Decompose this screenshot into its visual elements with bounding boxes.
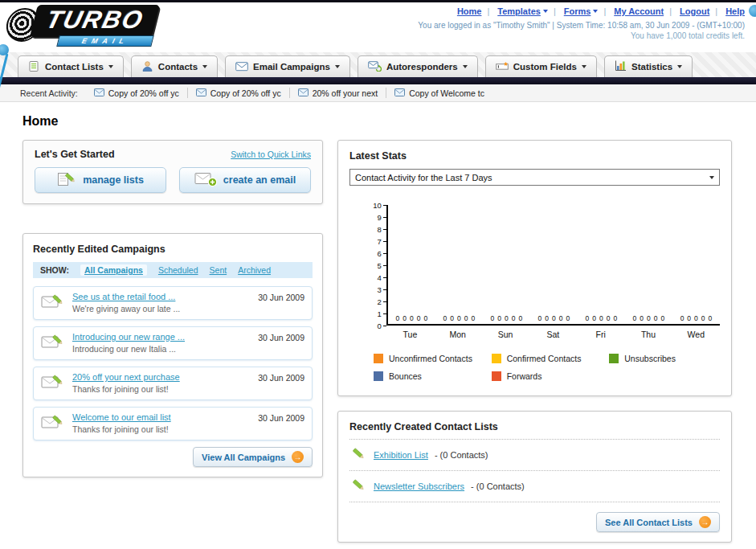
chart-value-label: 0 bbox=[654, 314, 658, 322]
chart-x-label: Tue bbox=[386, 330, 434, 339]
chart-y-tick: 0 bbox=[377, 321, 386, 330]
chart-value-label: 0 bbox=[640, 314, 644, 322]
chart-value-label: 0 bbox=[403, 314, 407, 322]
switch-quick-links-link[interactable]: Switch to Quick Links bbox=[231, 150, 311, 159]
campaign-date: 30 Jun 2009 bbox=[258, 332, 304, 342]
pencil-icon bbox=[351, 477, 367, 495]
legend-swatch-icon bbox=[492, 354, 501, 363]
legend-item: Confirmed Contacts bbox=[492, 354, 610, 363]
nav-tab-email-campaigns[interactable]: Email Campaigns bbox=[225, 55, 350, 77]
tab-all-campaigns[interactable]: All Campaigns bbox=[80, 264, 147, 276]
tab-scheduled[interactable]: Scheduled bbox=[158, 265, 198, 275]
campaign-row: See us at the retail food ... We're givi… bbox=[33, 286, 313, 320]
tab-archived[interactable]: Archived bbox=[238, 265, 271, 275]
envelope-icon bbox=[196, 88, 206, 98]
top-link-templates[interactable]: Templates bbox=[497, 6, 541, 16]
header-right: Home Templates Forms My Account Logout H… bbox=[418, 6, 745, 40]
legend-label: Unconfirmed Contacts bbox=[389, 354, 472, 363]
nav-tab-contact-lists[interactable]: Contact Lists bbox=[18, 55, 124, 77]
legend-label: Forwards bbox=[507, 371, 542, 381]
envelope-icon bbox=[394, 88, 405, 98]
campaign-subtitle: Thanks for joining our list! bbox=[72, 384, 251, 394]
chevron-down-icon bbox=[709, 176, 714, 179]
recent-activity-item[interactable]: Copy of 20% off yc bbox=[86, 88, 188, 98]
chart-value-label: 0 bbox=[497, 314, 501, 322]
top-link-forms[interactable]: Forms bbox=[564, 6, 591, 16]
manage-lists-button[interactable]: manage lists bbox=[35, 167, 166, 193]
recent-activity-item[interactable]: 20% off your next bbox=[290, 88, 387, 98]
chart-x-label: Wed bbox=[672, 330, 720, 339]
recently-created-contact-lists-panel: Recently Created Contact Lists Exhibitio… bbox=[337, 411, 732, 543]
top-link-logout[interactable]: Logout bbox=[680, 6, 709, 16]
nav-tab-statistics[interactable]: Statistics bbox=[604, 55, 693, 77]
campaign-title-link[interactable]: See us at the retail food ... bbox=[72, 292, 251, 301]
autoresponders-icon bbox=[368, 60, 382, 73]
campaign-title-link[interactable]: Welcome to our email list bbox=[72, 412, 251, 422]
view-all-campaigns-button[interactable]: View All Campaigns bbox=[193, 447, 313, 467]
campaign-title-link[interactable]: 20% off your next purchase bbox=[72, 372, 251, 382]
chevron-down-icon bbox=[582, 65, 586, 68]
chart-value-label: 0 bbox=[410, 314, 414, 322]
tab-sent[interactable]: Sent bbox=[210, 265, 227, 275]
chart-value-label: 0 bbox=[450, 314, 454, 322]
nav-tab-autoresponders[interactable]: Autoresponders bbox=[358, 55, 478, 77]
recent-activity-label: Recent Activity: bbox=[20, 88, 78, 98]
recent-activity-text: Copy of 20% off yc bbox=[210, 88, 281, 98]
chart-x-label: Sun bbox=[481, 330, 529, 339]
campaign-title-link[interactable]: Introducing our new range ... bbox=[72, 332, 251, 342]
chart-value-label: 0 bbox=[614, 314, 618, 322]
chevron-down-icon bbox=[677, 65, 682, 68]
chart-group: 00000 bbox=[388, 205, 435, 324]
chart-y-axis: 109876543210 bbox=[370, 205, 386, 326]
chevron-down-icon bbox=[463, 65, 468, 68]
chart-value-label: 0 bbox=[661, 314, 665, 322]
nav-tab-label: Contact Lists bbox=[45, 62, 104, 72]
chart-value-label: 0 bbox=[566, 314, 570, 322]
recent-activity-item[interactable]: Copy of 20% off yc bbox=[188, 88, 290, 98]
recent-activity-item[interactable]: Copy of Welcome tc bbox=[386, 88, 492, 98]
login-info: You are logged in as "Timothy Smith" | S… bbox=[418, 21, 745, 30]
chart-value-label: 0 bbox=[607, 314, 611, 322]
page-title: Home bbox=[22, 114, 735, 129]
contact-lists-icon bbox=[28, 60, 40, 74]
stats-period-select[interactable]: Contact Activity for the Last 7 Days bbox=[349, 169, 720, 186]
email-campaigns-icon bbox=[235, 61, 248, 73]
top-link-my-account[interactable]: My Account bbox=[614, 6, 664, 16]
chart-value-label: 0 bbox=[694, 314, 698, 322]
legend-label: Confirmed Contacts bbox=[507, 354, 582, 363]
turbo-email-logo: TURBO EMAIL bbox=[6, 5, 195, 48]
chevron-down-icon bbox=[202, 65, 207, 68]
chart-value-label: 0 bbox=[443, 314, 447, 322]
nav-tab-label: Contacts bbox=[158, 62, 198, 72]
nav-tab-custom-fields[interactable]: Custom Fields bbox=[485, 55, 597, 77]
envelope-pencil-icon bbox=[41, 372, 65, 395]
custom-fields-icon bbox=[496, 61, 509, 73]
nav-tab-label: Email Campaigns bbox=[253, 62, 330, 72]
contact-list-link[interactable]: Exhibition List bbox=[374, 450, 428, 460]
campaign-subtitle: Thanks for joining our list! bbox=[72, 424, 251, 434]
top-link-help[interactable]: Help bbox=[725, 6, 745, 16]
chart-value-label: 0 bbox=[592, 314, 596, 322]
legend-item: Forwards bbox=[492, 371, 610, 381]
chart-y-tick: 10 bbox=[373, 200, 386, 210]
chart-value-label: 0 bbox=[491, 314, 495, 322]
top-nav: Home Templates Forms My Account Logout H… bbox=[418, 6, 745, 16]
recent-activity-bar: Recent Activity: Copy of 20% off yc Copy… bbox=[0, 84, 756, 102]
chart-y-tick: 7 bbox=[377, 236, 386, 246]
campaign-subtitle: We're giving away our late ... bbox=[72, 304, 251, 313]
campaign-row: Introducing our new range ... Introducin… bbox=[33, 326, 313, 360]
nav-tab-contacts[interactable]: Contacts bbox=[131, 55, 218, 77]
contact-list-link[interactable]: Newsletter Subscribers bbox=[374, 481, 464, 491]
envelope-icon bbox=[298, 88, 309, 98]
top-link-home[interactable]: Home bbox=[457, 6, 482, 16]
see-all-contact-lists-button[interactable]: See All Contact Lists bbox=[596, 512, 720, 532]
pencil-icon bbox=[351, 446, 367, 464]
create-email-button[interactable]: create an email bbox=[179, 167, 311, 193]
chart-value-label: 0 bbox=[709, 314, 713, 322]
show-label: SHOW: bbox=[40, 265, 69, 275]
chart-value-label: 0 bbox=[505, 314, 509, 322]
chart-value-label: 0 bbox=[599, 314, 603, 322]
stats-period-value: Contact Activity for the Last 7 Days bbox=[355, 173, 492, 182]
chart-y-tick: 2 bbox=[377, 297, 386, 306]
chart-group: 00000 bbox=[530, 205, 578, 324]
